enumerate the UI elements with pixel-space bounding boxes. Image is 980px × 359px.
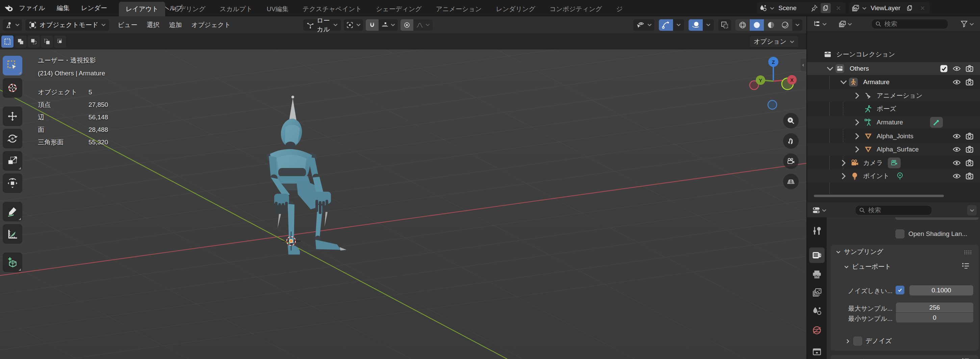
- outliner-row[interactable]: Others: [807, 62, 980, 75]
- topbar-menu-item[interactable]: 編集: [57, 4, 70, 13]
- shading-material-button[interactable]: [764, 19, 778, 31]
- pin-icon[interactable]: [810, 5, 818, 12]
- world-tab-button[interactable]: [809, 322, 825, 338]
- viewport-menu-item[interactable]: 追加: [169, 21, 182, 29]
- outliner-item-label[interactable]: Alpha_Surface: [877, 146, 919, 153]
- properties-options-button[interactable]: [967, 205, 977, 215]
- properties-search-input[interactable]: [868, 207, 909, 214]
- expander-closed-icon[interactable]: [854, 119, 861, 126]
- pan-hand-button[interactable]: [783, 133, 799, 149]
- outliner-row[interactable]: ポーズ: [807, 102, 980, 115]
- min-samples-value[interactable]: 0: [896, 313, 973, 322]
- properties-editor-type-button[interactable]: [812, 205, 826, 215]
- sampling-panel-header[interactable]: サンプリング: [836, 247, 883, 256]
- outliner-search[interactable]: [871, 19, 948, 29]
- hide-render-camera-icon[interactable]: [965, 172, 974, 180]
- hide-render-camera-icon[interactable]: [965, 64, 974, 73]
- measure-tool-button[interactable]: [3, 224, 22, 244]
- hide-viewport-eye-icon[interactable]: [952, 132, 961, 140]
- light-data-badge[interactable]: [894, 171, 906, 182]
- options-button[interactable]: オプション: [750, 36, 798, 47]
- hide-viewport-eye-icon[interactable]: [952, 145, 961, 154]
- properties-search[interactable]: [855, 205, 932, 215]
- outliner-item-label[interactable]: Alpha_Joints: [877, 132, 913, 140]
- outliner-item-label[interactable]: ポーズ: [877, 104, 896, 113]
- osl-checkbox[interactable]: [896, 230, 904, 238]
- outliner-row[interactable]: シーンコレクション: [807, 48, 980, 61]
- workspace-tab[interactable]: テクスチャペイント: [296, 2, 368, 16]
- outliner-item-label[interactable]: ポイント: [863, 172, 889, 180]
- outliner-row[interactable]: カメラ: [807, 156, 980, 169]
- hide-render-camera-icon[interactable]: [965, 158, 974, 168]
- outliner-row[interactable]: Armature: [807, 116, 980, 129]
- expander-open-icon[interactable]: [840, 79, 847, 86]
- outliner-item-label[interactable]: Others: [850, 65, 869, 72]
- render-tab-button[interactable]: [809, 247, 825, 263]
- expander-closed-icon[interactable]: [854, 146, 861, 153]
- editor-type-button[interactable]: [3, 19, 22, 31]
- topbar-menu-item[interactable]: レンダー: [81, 4, 107, 13]
- move-tool-button[interactable]: [3, 107, 22, 126]
- rotate-tool-button[interactable]: [3, 129, 22, 148]
- view-layer-name[interactable]: ViewLayer: [869, 5, 902, 12]
- expander-open-icon[interactable]: [827, 65, 834, 72]
- workspace-tab[interactable]: UV編集: [260, 2, 295, 16]
- outliner-item-label[interactable]: Armature: [877, 119, 903, 126]
- view-layer-tab-button[interactable]: [809, 285, 825, 300]
- object-visibility-dropdown[interactable]: [633, 19, 654, 31]
- outliner-item-label[interactable]: アニメーション: [877, 91, 923, 100]
- show-overlays-toggle[interactable]: [689, 19, 703, 31]
- outliner-row[interactable]: Alpha_Surface: [807, 143, 980, 156]
- topbar-menu-item[interactable]: ファイル: [19, 4, 45, 13]
- noise-threshold-value[interactable]: 0.1000: [909, 285, 973, 295]
- select-extend-button[interactable]: [14, 35, 27, 48]
- hide-viewport-eye-icon[interactable]: [952, 78, 961, 86]
- workspace-tab[interactable]: モデリング: [166, 2, 212, 16]
- outliner-editor-type-button[interactable]: [813, 19, 827, 29]
- cursor-tool-button[interactable]: [3, 78, 22, 98]
- select-intersect-button[interactable]: [54, 35, 66, 48]
- viewport-subpanel-header[interactable]: ビューポート: [844, 262, 891, 271]
- viewport-canvas[interactable]: ユーザー・透視投影 (214) Others | Armature オブジェクト…: [0, 49, 807, 359]
- workspace-tab[interactable]: シェーディング: [369, 2, 428, 16]
- pivot-point-selector[interactable]: [344, 19, 363, 31]
- workspace-tab[interactable]: ジ: [609, 2, 623, 16]
- ortho-grid-button[interactable]: [783, 174, 799, 189]
- hide-viewport-eye-icon[interactable]: [952, 172, 961, 180]
- mode-selector[interactable]: オブジェクトモード: [25, 19, 109, 31]
- hide-render-camera-icon[interactable]: [965, 132, 974, 140]
- outliner-display-mode-button[interactable]: [838, 19, 852, 29]
- proportional-falloff[interactable]: [414, 19, 433, 31]
- view-layer-selector[interactable]: ViewLayer: [849, 2, 930, 14]
- viewport-menu-item[interactable]: オブジェクト: [191, 21, 231, 29]
- tweak-select-tool-button[interactable]: [3, 56, 22, 75]
- workspace-tab[interactable]: アニメーション: [429, 2, 488, 16]
- select-subtract-button[interactable]: [28, 35, 40, 48]
- hide-render-camera-icon[interactable]: [965, 78, 974, 86]
- shading-solid-button[interactable]: [750, 19, 764, 31]
- scene-selector[interactable]: Scene: [757, 2, 846, 14]
- transform-orientation-selector[interactable]: ローカル: [303, 19, 341, 31]
- workspace-tab[interactable]: コンポジティング: [542, 2, 609, 16]
- viewport-menu-item[interactable]: ビュー: [118, 21, 137, 29]
- bone-data-badge[interactable]: [930, 117, 943, 128]
- expander-closed-icon[interactable]: [854, 133, 861, 140]
- outliner-item-label[interactable]: シーンコレクション: [836, 50, 895, 59]
- outliner-row[interactable]: ポイント: [807, 170, 980, 182]
- workspace-tab[interactable]: レイアウト: [119, 2, 165, 16]
- scene-tab-button[interactable]: [809, 303, 825, 319]
- annotate-tool-button[interactable]: [3, 202, 22, 222]
- hide-render-camera-icon[interactable]: [965, 145, 974, 154]
- zoom-button[interactable]: [783, 113, 799, 128]
- snap-toggle[interactable]: [366, 19, 379, 31]
- workspace-tab[interactable]: スカルプト: [213, 2, 259, 16]
- expander-closed-icon[interactable]: [840, 173, 847, 180]
- outliner-row[interactable]: Alpha_Joints: [807, 130, 980, 143]
- expander-closed-icon[interactable]: [854, 92, 861, 99]
- noise-threshold-checkbox[interactable]: [896, 286, 904, 294]
- show-gizmo-toggle[interactable]: [659, 19, 673, 31]
- scale-tool-button[interactable]: [3, 151, 22, 171]
- select-invert-button[interactable]: [41, 35, 53, 48]
- navigation-gizmo[interactable]: Y X Z: [740, 55, 807, 119]
- outliner-item-label[interactable]: Armature: [863, 78, 889, 86]
